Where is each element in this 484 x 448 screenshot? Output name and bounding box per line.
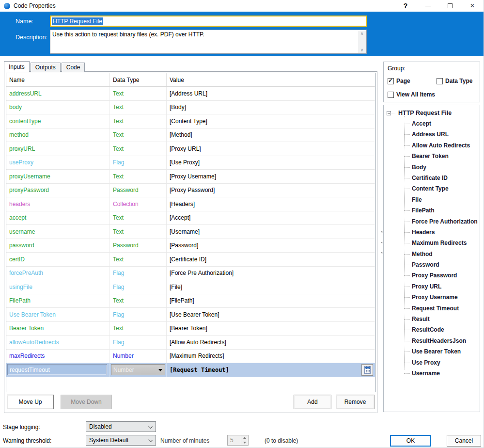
tree-item[interactable]: ResultCode: [404, 324, 480, 335]
tree-item[interactable]: Maximum Redirects: [404, 238, 480, 248]
tree-item[interactable]: Username: [404, 368, 480, 379]
chevron-down-icon: [158, 369, 162, 371]
tree-item[interactable]: Headers: [404, 227, 480, 238]
table-row[interactable]: addressURLText[Address URL]: [6, 87, 375, 101]
table-row[interactable]: proxyURLText[Proxy URL]: [6, 142, 375, 156]
checkbox-view-all-items-box[interactable]: [388, 92, 394, 98]
table-row[interactable]: methodText[Method]: [6, 128, 375, 143]
table-row[interactable]: Use Bearer TokenFlag[Use Bearer Token]: [6, 308, 375, 322]
tree-item[interactable]: Request Timeout: [404, 303, 480, 314]
table-row[interactable]: maxRedirectsNumber[Maximum Redirects]: [6, 350, 375, 364]
close-button[interactable]: ×: [461, 0, 484, 12]
table-row[interactable]: acceptText[Accept]: [6, 211, 375, 225]
tree-item[interactable]: FilePath: [404, 205, 480, 216]
checkbox-data-type[interactable]: Data Type: [437, 78, 472, 84]
help-button[interactable]: ?: [394, 0, 417, 12]
table-row[interactable]: usernameText[Username]: [6, 225, 375, 239]
remove-button[interactable]: Remove: [336, 395, 375, 409]
scroll-up-icon[interactable]: ∧: [360, 31, 364, 36]
tree-item[interactable]: Allow Auto Redirects: [404, 140, 480, 151]
tree-item[interactable]: Method: [404, 249, 480, 259]
scroll-down-icon[interactable]: ∨: [360, 47, 364, 53]
tree-item[interactable]: Content Type: [404, 183, 480, 194]
table-row[interactable]: Bearer TokenText[Bearer Token]: [6, 322, 375, 336]
tree-item[interactable]: Proxy Username: [404, 292, 480, 303]
tree-item[interactable]: Address URL: [404, 129, 480, 140]
row-name-editor[interactable]: requestTimeout: [7, 364, 107, 375]
checkbox-data-type-box[interactable]: [437, 78, 443, 84]
table-row[interactable]: proxyUsernameText[Proxy Username]: [6, 170, 375, 184]
table-row[interactable]: requestTimeoutNumber[Request Timeout]: [6, 363, 375, 377]
table-row[interactable]: useProxyFlag[Use Proxy]: [6, 156, 375, 170]
cancel-button[interactable]: Cancel: [447, 435, 481, 447]
checkbox-data-type-label: Data Type: [445, 78, 472, 84]
table-row[interactable]: passwordPassword[Password]: [6, 239, 375, 253]
checkbox-page[interactable]: Page: [388, 78, 410, 84]
add-button[interactable]: Add: [294, 395, 331, 409]
tree-item[interactable]: File: [404, 194, 480, 205]
row-value: [Request Timeout]: [167, 363, 375, 377]
tree-item[interactable]: Password: [404, 259, 480, 270]
description-scrollbar[interactable]: ∧ ∨: [358, 31, 366, 53]
row-name: password: [6, 239, 110, 253]
column-header-value[interactable]: Value: [167, 73, 375, 86]
column-header-datatype[interactable]: Data Type: [110, 73, 167, 86]
tab-strip: Inputs Outputs Code: [4, 61, 86, 72]
spinner-up-button[interactable]: [241, 435, 248, 440]
table-row[interactable]: proxyPasswordPassword[Proxy Password]: [6, 184, 375, 198]
tree-item[interactable]: Proxy Password: [404, 270, 480, 281]
description-input[interactable]: Use this action to request binary files …: [50, 30, 367, 54]
ok-button[interactable]: OK: [390, 435, 431, 447]
tree-root[interactable]: HTTP Request File: [387, 108, 480, 118]
checkbox-view-all-items[interactable]: View All Items: [388, 91, 435, 98]
tree-item[interactable]: Result: [404, 314, 480, 324]
column-header-name[interactable]: Name: [6, 73, 110, 86]
move-down-button[interactable]: Move Down: [61, 395, 112, 409]
table-row[interactable]: forcePreAuthFlag[Force Pre Authorization…: [6, 267, 375, 281]
row-name: headers: [6, 197, 110, 211]
warning-threshold-dropdown[interactable]: System Default: [86, 435, 156, 446]
move-up-button[interactable]: Move Up: [7, 395, 54, 409]
row-name: body: [6, 101, 110, 114]
minutes-spinner[interactable]: 5: [227, 435, 249, 446]
table-row[interactable]: usingFileFlag[File]: [6, 280, 375, 294]
collapse-icon[interactable]: [387, 111, 391, 115]
tab-code[interactable]: Code: [62, 63, 85, 72]
table-row[interactable]: contentTypeText[Content Type]: [6, 114, 375, 128]
minimize-button[interactable]: [417, 0, 439, 12]
properties-header: Name: HTTP Request File Description: Use…: [0, 12, 484, 56]
table-row[interactable]: certIDText[Certificate ID]: [6, 253, 375, 267]
tree-item[interactable]: Bearer Token: [404, 151, 480, 161]
table-row[interactable]: allowAutoRedirectsFlag[Allow Auto Redire…: [6, 336, 375, 350]
tree-item[interactable]: Use Bearer Token: [404, 346, 480, 357]
tree-item[interactable]: Body: [404, 162, 480, 173]
tree-item[interactable]: Certificate ID: [404, 173, 480, 183]
expression-edit-button[interactable]: [361, 364, 373, 376]
name-input[interactable]: HTTP Request File: [50, 16, 367, 27]
row-value: [Force Pre Authorization]: [167, 267, 375, 280]
group-panel: Group: Page Data Type View All Items: [383, 62, 480, 102]
row-name: proxyUsername: [6, 170, 110, 183]
spinner-down-button[interactable]: [241, 440, 248, 445]
tree-item[interactable]: ResultHeadersJson: [404, 336, 480, 346]
calculator-icon: [364, 366, 371, 374]
row-name: username: [6, 225, 110, 239]
down-arrow-icon: [243, 442, 246, 444]
description-label: Description:: [16, 34, 47, 41]
table-row[interactable]: headersCollection[Headers]: [6, 197, 375, 211]
tree-item[interactable]: Force Pre Authorization: [404, 216, 480, 227]
table-row[interactable]: FilePathText[FilePath]: [6, 294, 375, 308]
row-value: [Headers]: [167, 197, 375, 211]
maximize-button[interactable]: [439, 0, 461, 12]
tab-inputs[interactable]: Inputs: [4, 61, 30, 72]
checkbox-page-box[interactable]: [388, 78, 394, 84]
table-row[interactable]: bodyText[Body]: [6, 101, 375, 115]
tab-outputs[interactable]: Outputs: [31, 63, 61, 72]
stage-logging-dropdown[interactable]: Disabled: [86, 421, 156, 432]
tree-item[interactable]: Use Proxy: [404, 357, 480, 368]
row-type-dropdown[interactable]: Number: [111, 364, 165, 375]
minutes-value: 5: [228, 435, 241, 445]
row-type: Text: [110, 87, 167, 100]
tree-item[interactable]: Accept: [404, 118, 480, 129]
tree-item[interactable]: Proxy URL: [404, 281, 480, 292]
